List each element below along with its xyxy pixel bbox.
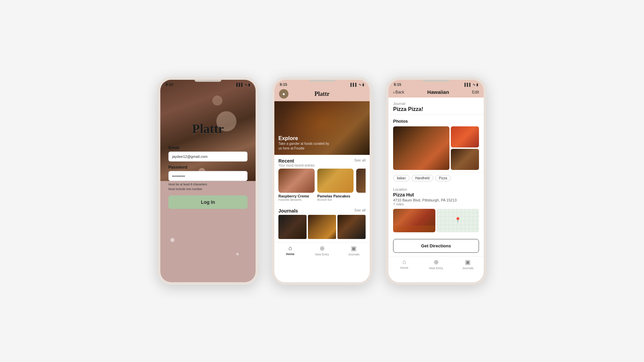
journal-thumb-2[interactable] (308, 215, 336, 239)
app-title: Plattr (167, 121, 249, 136)
phone-login: 8:15 ▌▌▌ ∿ ▮ Plattr Email Password Must … (158, 77, 258, 285)
tab-new-entry[interactable]: ⊕ New Entry (306, 245, 338, 256)
photos-grid (393, 126, 479, 170)
journals-header: Journals See all (278, 208, 366, 214)
app-header: ● Plattr (274, 88, 370, 101)
detail-header: ‹ Back Hawaiian Edit (388, 88, 484, 98)
tab-bar: ⌂ Home ⊕ New Entry ▣ Journals (388, 256, 484, 271)
tab-journals[interactable]: ▣ Journals (452, 258, 484, 270)
new-entry-icon: ⊕ (320, 245, 325, 252)
avatar-icon[interactable]: ● (279, 89, 288, 99)
hero-banner: Explore Take a gander at foods curated b… (274, 101, 370, 155)
tags-row: Italian Handheld Pizza (388, 172, 484, 184)
journals-section: Journals See all (274, 205, 370, 242)
battery-icon: ▮ (476, 83, 478, 86)
login-button[interactable]: Log In (168, 195, 248, 209)
recent-img-2 (317, 169, 354, 193)
directions-button[interactable]: Get Directions (393, 239, 479, 253)
battery-icon: ▮ (248, 83, 250, 86)
photos-section: Photos (388, 115, 484, 172)
tab-new-entry-label: New Entry (315, 253, 329, 256)
photo-main (393, 126, 449, 170)
hero-title: Explore (278, 135, 332, 141)
recent-name-2: Pamelas Pancakes (317, 194, 354, 198)
scroll-content[interactable]: Explore Take a gander at foods curated b… (274, 101, 370, 242)
location-address: 4710 Baum Blvd, Pittsburgh, PA 15213 (393, 198, 479, 202)
password-input[interactable] (168, 171, 248, 181)
detail-title: Hawaiian (427, 89, 449, 95)
see-all-recent[interactable]: See all (354, 158, 366, 162)
battery-icon: ▮ (362, 83, 364, 86)
journals-icon: ▣ (351, 245, 357, 252)
decor-dot-2 (236, 253, 239, 255)
detail-scroll[interactable]: Journal Pizza Pizza! Photos Italian Hand… (388, 98, 484, 256)
password-hint-1: Must be at least 8 characters (168, 182, 248, 187)
back-label: Back (395, 90, 405, 95)
tab-journals[interactable]: ▣ Journals (338, 245, 370, 256)
tag-handheld[interactable]: Handheld (412, 175, 433, 181)
time-display: 8:15 (394, 82, 401, 86)
phone-home: 8:15 ▌▌▌ ∿ ▮ ● Plattr Explore Take a gan… (272, 77, 372, 285)
recent-card-1[interactable]: Raspberry Creme Favorite desserts (278, 169, 315, 201)
tab-new-entry[interactable]: ⊕ New Entry (420, 258, 452, 270)
recent-title-area: Recent Your most recent entries (278, 158, 315, 167)
recent-sub-1: Favorite desserts (278, 198, 315, 201)
recent-scroll[interactable]: Raspberry Creme Favorite desserts Pamela… (278, 169, 366, 201)
phone-notch (195, 80, 221, 82)
journal-thumb-3[interactable] (337, 215, 366, 239)
signal-icon: ▌▌▌ (465, 83, 472, 86)
wifi-icon: ∿ (473, 83, 475, 86)
back-button[interactable]: ‹ Back (393, 89, 404, 95)
location-label: Location (393, 187, 479, 191)
avatar-symbol: ● (282, 91, 285, 97)
home-icon: ⌂ (402, 258, 406, 265)
journals-grid (278, 215, 366, 239)
restaurant-photo (393, 209, 435, 232)
recent-section: Recent Your most recent entries See all … (274, 155, 370, 205)
journal-section: Journal Pizza Pizza! (388, 98, 484, 115)
status-icons: ▌▌▌ ∿ ▮ (236, 83, 250, 86)
map-view[interactable] (437, 209, 479, 232)
recent-card-2[interactable]: Pamelas Pancakes Brunch fun (317, 169, 354, 201)
tag-italian[interactable]: Italian (393, 175, 410, 181)
password-hint-2: Must include one number (168, 187, 248, 192)
wifi-icon: ∿ (359, 83, 361, 86)
journal-label: Journal (393, 102, 479, 106)
back-chevron-icon: ‹ (393, 89, 395, 95)
recent-card-3[interactable] (356, 169, 366, 201)
status-icons: ▌▌▌ ∿ ▮ (465, 83, 478, 86)
edit-button[interactable]: Edit (472, 90, 479, 95)
journal-name: Pizza Pizza! (393, 106, 479, 112)
location-section: Location Pizza Hut 4710 Baum Blvd, Pitts… (388, 184, 484, 236)
see-all-journals[interactable]: See all (354, 208, 366, 212)
journal-thumb-1[interactable] (278, 215, 307, 239)
journals-title: Journals (278, 208, 298, 214)
wifi-icon: ∿ (245, 83, 247, 86)
tab-home-label: Home (286, 252, 294, 256)
recent-img-3 (356, 169, 366, 193)
recent-img-1 (278, 169, 315, 193)
photo-sm-1 (451, 126, 479, 147)
signal-icon: ▌▌▌ (351, 83, 358, 86)
status-icons: ▌▌▌ ∿ ▮ (351, 83, 364, 86)
email-label: Email (168, 145, 248, 150)
hero-text-area: Explore Take a gander at foods curated b… (278, 135, 332, 151)
password-label: Password (168, 165, 248, 170)
new-entry-icon: ⊕ (434, 258, 439, 266)
app-title: Plattr (315, 90, 330, 98)
photo-sm-2 (451, 149, 479, 170)
home-icon: ⌂ (288, 245, 292, 252)
email-input[interactable] (168, 152, 248, 162)
tab-home-label: Home (400, 266, 408, 269)
tag-pizza[interactable]: Pizza (435, 175, 451, 181)
map-row (393, 209, 479, 232)
recent-title: Recent (278, 158, 315, 164)
tab-home[interactable]: ⌂ Home (388, 258, 420, 270)
location-name: Pizza Hut (393, 192, 479, 197)
tab-home[interactable]: ⌂ Home (274, 245, 306, 256)
phone-detail: 8:15 ▌▌▌ ∿ ▮ ‹ Back Hawaiian Edit Journa… (386, 77, 486, 285)
tab-journals-label: Journals (348, 253, 360, 256)
time-display: 8:15 (280, 82, 287, 86)
tab-journals-label: Journals (462, 266, 474, 270)
time-display: 8:15 (166, 82, 173, 86)
